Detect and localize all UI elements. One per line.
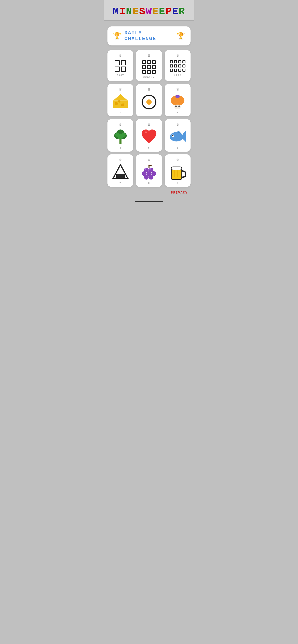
svg-point-6 <box>122 104 124 106</box>
label-6: 6 <box>177 146 178 149</box>
svg-point-13 <box>175 106 177 107</box>
card-medium[interactable]: ♛ MEDIUM <box>136 50 162 81</box>
svg-rect-12 <box>175 95 180 98</box>
crown-hard: ♛ <box>176 53 179 58</box>
beer-icon <box>169 164 186 180</box>
card-8[interactable]: ♛ 8 <box>136 154 162 187</box>
privacy-link[interactable]: PRIVACY <box>171 191 188 194</box>
crown-7: ♛ <box>119 157 122 162</box>
card-2[interactable]: ♛ 2 <box>136 84 162 116</box>
svg-point-38 <box>144 175 149 180</box>
egg-icon <box>141 93 157 110</box>
trophy-right-icon: 🏆 <box>177 32 185 40</box>
svg-rect-45 <box>177 170 178 177</box>
crown-medium: ♛ <box>148 53 150 58</box>
card-7[interactable]: ♛ 7 <box>107 154 133 187</box>
crown-6: ♛ <box>176 122 179 127</box>
onigiri-icon <box>112 164 129 180</box>
crown-2: ♛ <box>148 87 150 92</box>
svg-point-9 <box>146 100 152 105</box>
label-3: 3 <box>177 111 178 114</box>
privacy-section: PRIVACY <box>107 190 191 195</box>
svg-rect-32 <box>149 165 152 166</box>
heart-icon <box>141 128 157 145</box>
trophy-left-icon: 🏆 <box>113 32 121 40</box>
svg-point-14 <box>178 106 180 107</box>
daily-challenge-button[interactable]: 🏆 DAILY CHALLENGE 🏆 <box>107 26 191 46</box>
theme-grid-row2: ♛ 4 ♛ 5 ♛ <box>104 119 194 152</box>
svg-point-39 <box>149 175 153 180</box>
label-9: 9 <box>177 182 178 184</box>
label-8: 8 <box>148 182 150 184</box>
crown-easy: ♛ <box>119 53 122 58</box>
theme-grid-row3: ♛ 7 ♛ 8 <box>104 154 194 187</box>
grapes-icon <box>141 164 157 180</box>
fish-icon <box>169 128 186 145</box>
svg-point-21 <box>121 132 126 137</box>
daily-challenge-label: DAILY CHALLENGE <box>124 30 174 42</box>
crown-1: ♛ <box>119 87 122 92</box>
medium-label: MEDIUM <box>143 76 155 79</box>
hard-grid-icon <box>170 60 185 72</box>
svg-rect-43 <box>171 167 182 170</box>
svg-point-40 <box>145 168 146 170</box>
cheese-icon <box>112 93 129 110</box>
card-1[interactable]: ♛ 1 <box>107 84 133 116</box>
svg-rect-15 <box>119 139 121 144</box>
label-1: 1 <box>120 111 121 114</box>
svg-point-7 <box>118 100 120 103</box>
label-2: 2 <box>148 111 150 114</box>
difficulty-grid: ♛ EASY ♛ MEDIUM ♛ <box>104 50 194 81</box>
mushroom-icon <box>169 93 186 110</box>
broccoli-icon <box>112 128 129 145</box>
svg-rect-29 <box>116 174 125 178</box>
svg-rect-22 <box>145 132 147 133</box>
crown-8: ♛ <box>148 157 150 162</box>
svg-point-5 <box>115 102 118 105</box>
theme-grid-row1: ♛ 1 ♛ 2 ♛ <box>104 84 194 116</box>
crown-9: ♛ <box>176 157 179 162</box>
card-easy[interactable]: ♛ EASY <box>107 50 133 81</box>
card-3[interactable]: ♛ 3 <box>165 84 191 116</box>
svg-point-41 <box>149 168 151 170</box>
svg-rect-11 <box>175 105 181 109</box>
medium-grid-icon <box>142 60 156 74</box>
home-indicator <box>135 201 163 202</box>
easy-grid-icon <box>115 60 126 72</box>
label-4: 4 <box>120 146 121 149</box>
crown-5: ♛ <box>148 122 150 127</box>
app-title: MINESWEEPER <box>108 6 190 17</box>
svg-rect-44 <box>174 170 175 177</box>
card-hard[interactable]: ♛ HARD <box>165 50 191 81</box>
svg-rect-42 <box>171 169 182 180</box>
hard-label: HARD <box>174 74 181 77</box>
svg-marker-1 <box>113 94 128 100</box>
card-6[interactable]: ♛ 6 <box>165 119 191 152</box>
label-7: 7 <box>120 182 121 184</box>
card-9[interactable]: ♛ 9 <box>165 154 191 187</box>
header: MINESWEEPER <box>104 0 194 21</box>
svg-point-20 <box>115 132 119 137</box>
easy-label: EASY <box>117 74 124 77</box>
card-4[interactable]: ♛ 4 <box>107 119 133 152</box>
svg-point-24 <box>170 132 184 142</box>
card-5[interactable]: ♛ 5 <box>136 119 162 152</box>
svg-point-26 <box>172 135 173 136</box>
label-5: 5 <box>148 146 150 149</box>
crown-3: ♛ <box>176 87 179 92</box>
crown-4: ♛ <box>119 122 122 127</box>
